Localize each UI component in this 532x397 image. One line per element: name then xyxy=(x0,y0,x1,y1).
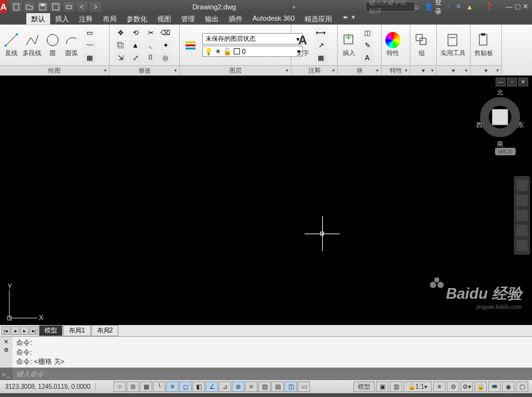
open-icon[interactable] xyxy=(24,2,35,12)
edit-block-icon[interactable]: ✎ xyxy=(360,39,374,51)
infocenter-icon[interactable]: ⌕ xyxy=(415,3,419,11)
search-input[interactable]: 键入关键字或短语 xyxy=(365,2,415,12)
print-icon[interactable] xyxy=(63,2,75,12)
qp-icon[interactable]: ▤ xyxy=(271,381,284,392)
save-icon[interactable] xyxy=(37,2,48,12)
undo-icon[interactable] xyxy=(76,2,88,12)
coordinates[interactable]: 3123.3008, 1245.0119, 0.0000 xyxy=(0,383,96,390)
modelspace-button[interactable]: 模型 xyxy=(353,381,375,392)
ortho-icon[interactable]: └ xyxy=(153,381,165,392)
ducs-icon[interactable]: ⊿ xyxy=(219,381,231,392)
wcs-badge[interactable]: WCS xyxy=(495,148,516,155)
group-button[interactable]: 组 xyxy=(414,33,429,58)
rotate-icon[interactable]: ⟲ xyxy=(128,27,142,38)
attr-icon[interactable]: A xyxy=(360,52,374,63)
tab-a360[interactable]: Autodesk 360 xyxy=(248,13,300,24)
panel-util-footer[interactable]: ▾ xyxy=(437,65,470,75)
a360-icon[interactable]: ▲ xyxy=(466,3,473,11)
exchange-icon[interactable]: ✕ xyxy=(456,3,461,11)
annoscale-button[interactable]: 🔓 1:1▾ xyxy=(404,381,432,392)
isolate-icon[interactable]: ◉ xyxy=(502,381,514,392)
cmd-prompt-icon[interactable]: ▹_ xyxy=(0,368,13,380)
panel-group-footer[interactable]: ▾ xyxy=(410,65,436,75)
osnap-icon[interactable]: ◻ xyxy=(179,381,192,392)
spline-icon[interactable]: 〰 xyxy=(83,39,96,51)
erase-icon[interactable]: ⌫ xyxy=(159,27,172,38)
hardware-icon[interactable]: 💻 xyxy=(488,381,501,392)
insert-button[interactable]: 插入 xyxy=(342,33,357,58)
layer-select[interactable]: 💡 ☀ 🔓 0 ▾ xyxy=(202,46,303,57)
otrack-icon[interactable]: ∠ xyxy=(206,381,218,392)
zoom-icon[interactable] xyxy=(516,210,528,221)
tab-annotate[interactable]: 注释 xyxy=(74,13,98,24)
ribbon-expand-icon[interactable]: 📼 ▾ xyxy=(341,13,355,24)
dyn-icon[interactable]: ⊕ xyxy=(232,381,244,392)
tab-manage[interactable]: 管理 xyxy=(176,13,200,24)
restore-icon[interactable]: ▢ xyxy=(514,3,521,11)
polar-icon[interactable]: ✳ xyxy=(166,381,179,392)
leader-icon[interactable]: ↗ xyxy=(314,39,328,51)
tab-last-icon[interactable]: ▸| xyxy=(29,326,38,335)
pan-icon[interactable] xyxy=(516,195,528,206)
grid-icon[interactable]: ▦ xyxy=(140,381,152,392)
tab-layout1[interactable]: 布局1 xyxy=(63,325,91,336)
qview-icon[interactable]: ▣ xyxy=(376,381,389,392)
tab-output[interactable]: 输出 xyxy=(200,13,224,24)
saveas-icon[interactable] xyxy=(50,2,61,12)
view-cube[interactable]: 北 西 东 南 xyxy=(477,90,523,152)
cmd-close-icon[interactable]: ✕ xyxy=(4,339,9,345)
circle-button[interactable]: 圆 xyxy=(45,33,60,58)
command-input[interactable]: 键入命令 xyxy=(13,369,532,379)
table-icon[interactable]: ▦ xyxy=(314,52,328,63)
rectangle-icon[interactable]: ▭ xyxy=(83,27,96,38)
snap-icon[interactable]: ⊞ xyxy=(127,381,139,392)
text-button[interactable]: A文字 xyxy=(295,33,310,58)
clean-icon[interactable]: ▢ xyxy=(516,381,528,392)
close-icon[interactable]: ✕ xyxy=(523,3,528,11)
trim-icon[interactable]: ✂ xyxy=(143,27,157,38)
help-icon[interactable]: ❓ xyxy=(485,3,494,11)
redo-icon[interactable] xyxy=(90,2,101,12)
offset-icon[interactable]: ◎ xyxy=(159,52,172,63)
doc-restore-icon[interactable]: ▫ xyxy=(507,78,517,86)
drawing-canvas[interactable]: — ▫ ✕ 北 西 东 南 WCS Y X Baidu 经验 jingyan.b… xyxy=(0,75,532,325)
hatch-icon[interactable]: ▦ xyxy=(83,52,96,63)
mirror-icon[interactable]: ▲ xyxy=(128,39,142,51)
annoauto-icon[interactable]: ⚙ xyxy=(447,381,459,392)
scale-icon[interactable]: ⤢ xyxy=(128,52,142,63)
polyline-button[interactable]: 多段线 xyxy=(23,33,41,58)
new-icon[interactable] xyxy=(11,2,22,12)
showmotion-icon[interactable] xyxy=(516,240,528,251)
viewcube-face[interactable] xyxy=(492,109,508,125)
orbit-icon[interactable] xyxy=(516,225,528,236)
tab-prev-icon[interactable]: ◂ xyxy=(11,326,19,335)
sc-icon[interactable]: ◫ xyxy=(284,381,297,392)
steering-wheel-icon[interactable] xyxy=(516,180,528,191)
layer-state-select[interactable]: 未保存的图层状态▾ xyxy=(202,33,303,44)
doc-close-icon[interactable]: ✕ xyxy=(518,78,528,86)
lwt-icon[interactable]: ≡ xyxy=(245,381,258,392)
tab-first-icon[interactable]: |◂ xyxy=(1,326,10,335)
move-icon[interactable]: ✥ xyxy=(113,27,127,38)
explode-icon[interactable]: ✦ xyxy=(159,39,172,51)
tab-parametric[interactable]: 参数化 xyxy=(122,13,152,24)
login-button[interactable]: 👤 登录 xyxy=(424,0,442,16)
line-button[interactable]: 直线 xyxy=(4,33,19,58)
3dosnap-icon[interactable]: ◧ xyxy=(192,381,205,392)
fillet-icon[interactable]: ◟ xyxy=(143,39,157,51)
cmd-config-icon[interactable]: ⚙ xyxy=(4,347,9,353)
panel-props-footer[interactable]: 特性 xyxy=(382,65,410,75)
ws-icon[interactable]: ⚙▾ xyxy=(461,381,473,392)
properties-button[interactable]: 特性 xyxy=(385,33,400,58)
doc-minimize-icon[interactable]: — xyxy=(496,78,506,86)
panel-modify-footer[interactable]: 修改 xyxy=(110,65,179,75)
toolbar-lock-icon[interactable]: 🔒 xyxy=(474,381,487,392)
util-button[interactable]: 实用工具 xyxy=(441,33,466,58)
array-icon[interactable]: ⠿ xyxy=(143,52,157,63)
tab-default[interactable]: 默认 xyxy=(26,13,50,24)
tab-model[interactable]: 模型 xyxy=(39,325,63,336)
dimension-icon[interactable]: ⟷ xyxy=(314,27,328,38)
tab-insert[interactable]: 插入 xyxy=(50,13,74,24)
qview2-icon[interactable]: ▥ xyxy=(390,381,402,392)
panel-draw-footer[interactable]: 绘图 xyxy=(0,65,109,75)
